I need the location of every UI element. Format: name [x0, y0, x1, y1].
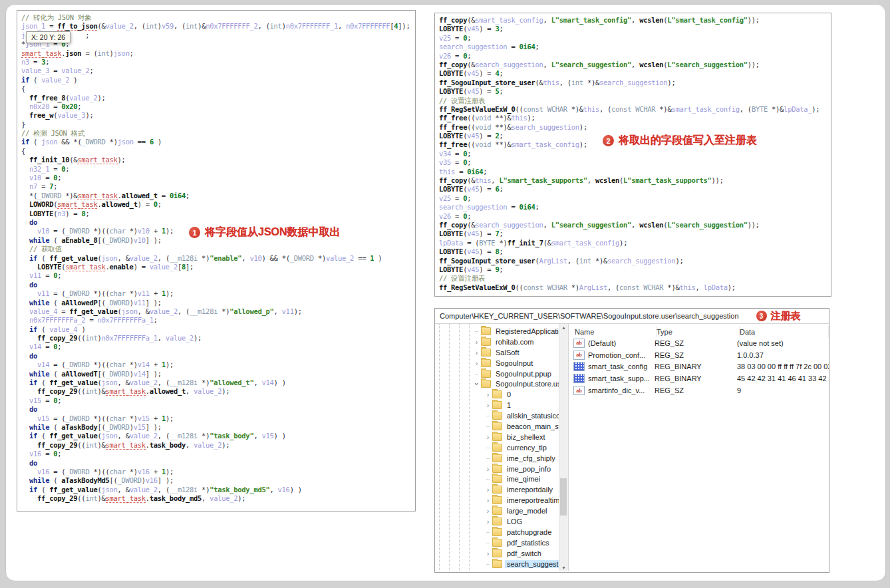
chevron-collapsed-icon[interactable]: ›	[484, 508, 492, 514]
registry-tree-item[interactable]: –ime_qimei	[435, 474, 559, 484]
tree-item-label: SogouInput	[494, 359, 535, 367]
registry-tree-item[interactable]: ›1	[435, 400, 559, 410]
tree-item-label: ime_pop_info	[505, 465, 553, 473]
registry-tree-item[interactable]: –ime_cfg_shiply	[435, 453, 559, 464]
code-line: ff_free((void **)&search_suggestion);	[439, 123, 829, 132]
code-line: jso ;	[21, 31, 414, 40]
registry-tree-item[interactable]: ›LOG	[435, 516, 559, 527]
folder-icon	[492, 496, 502, 504]
folder-icon	[492, 454, 502, 462]
column-header-type[interactable]: Type	[657, 326, 740, 337]
registry-tree-item[interactable]: –search_suggestion	[435, 559, 559, 569]
registry-tree-item[interactable]: ›SogouInput	[435, 358, 559, 368]
code-line: if ( value_2 )	[21, 76, 414, 84]
value-type: REG_BINARY	[655, 363, 737, 370]
reg-binary-icon	[573, 374, 585, 383]
scrollbar-thumb[interactable]	[560, 478, 567, 515]
registry-value-row[interactable]: absmartinfo_dic_v...REG_SZ9	[569, 384, 829, 396]
code-line: // 获取值	[21, 245, 414, 253]
chevron-expanded-icon[interactable]: ›	[474, 380, 480, 388]
registry-tree-item[interactable]: ›rohitab.com	[435, 337, 559, 347]
registry-tree-item[interactable]: –allskin_statusiconstatis	[435, 410, 559, 421]
registry-tree-item[interactable]: –beacon_main_switch	[435, 421, 559, 432]
code-line: {	[21, 147, 414, 156]
tree-connector: –	[484, 412, 492, 419]
code-line: v14 = 0;	[21, 343, 414, 351]
badge-1-icon: 1	[189, 227, 200, 238]
chevron-collapsed-icon[interactable]: ›	[484, 486, 492, 493]
folder-icon	[492, 444, 502, 452]
folder-icon	[492, 507, 502, 515]
registry-tree-item[interactable]: ›SogouInput.store.user	[435, 378, 559, 389]
registry-address-bar[interactable]: Computer\HKEY_CURRENT_USER\SOFTWARE\Sogo…	[435, 309, 829, 324]
folder-icon	[492, 528, 502, 536]
code-line: if ( value_4 )	[21, 325, 414, 334]
registry-tree-item[interactable]: ›biz_shellext	[435, 432, 559, 442]
annotation-2-text: 将取出的字段值写入至注册表	[619, 134, 757, 148]
registry-value-row[interactable]: smart_task_supp...REG_BINARY45 42 42 31 …	[569, 372, 829, 384]
column-header-name[interactable]: Name	[569, 326, 657, 337]
scroll-up-icon[interactable]: ▲	[559, 325, 568, 330]
registry-tree-item[interactable]: ›large_model	[435, 506, 559, 516]
annotation-write-registry: 2 将取出的字段值写入至注册表	[603, 134, 757, 148]
registry-tree-item[interactable]: ›SalSoft	[435, 347, 559, 358]
registry-tree-item[interactable]: ›0	[435, 389, 559, 400]
registry-tree-item[interactable]: –SogouInput.ppup	[435, 368, 559, 379]
code-line: if ( json && *(_DWORD *)json == 6 )	[21, 138, 414, 146]
value-data: 1.0.0.37	[737, 351, 829, 359]
chevron-collapsed-icon[interactable]: ›	[484, 402, 492, 408]
scroll-down-icon[interactable]: ▼	[559, 565, 568, 570]
tree-connector: –	[484, 561, 492, 567]
annotation-extract-json: 1 将字段值从JSON数据中取出	[189, 225, 341, 239]
code-line: v10 = 0;	[21, 174, 414, 182]
code-line: v11 = 0;	[21, 271, 414, 280]
chevron-collapsed-icon[interactable]: ›	[472, 360, 481, 367]
code-line: {	[21, 84, 414, 93]
chevron-collapsed-icon[interactable]: ›	[472, 339, 481, 345]
code-line: v11 = (_DWORD *)((char *)v11 + 1);	[21, 289, 414, 298]
chevron-collapsed-icon[interactable]: ›	[484, 550, 492, 557]
column-header-data[interactable]: Data	[740, 326, 829, 337]
registry-tree-item[interactable]: –pdf_statistics	[435, 537, 559, 548]
code-line: LOBYTE(n3) = 8;	[21, 210, 414, 218]
folder-icon	[492, 390, 502, 398]
registry-value-row[interactable]: abPromotion_conf...REG_SZ1.0.0.37	[569, 349, 829, 361]
registry-tree-item[interactable]: ›imereportrealtime	[435, 495, 559, 506]
registry-tree-item[interactable]: –currency_tip	[435, 442, 559, 453]
tree-item-label: SogouInput.ppup	[494, 370, 553, 378]
chevron-collapsed-icon[interactable]: ›	[484, 466, 492, 472]
chevron-collapsed-icon[interactable]: ›	[484, 497, 492, 504]
folder-icon	[492, 401, 502, 409]
code-line: LOBYTE(v45) = 4;	[439, 69, 829, 78]
code-line: LOBYTE(v45) = 6;	[439, 185, 829, 194]
folder-icon	[481, 380, 491, 388]
chevron-collapsed-icon[interactable]: ›	[484, 391, 492, 398]
code-line: v16 = 0;	[21, 450, 414, 458]
chevron-collapsed-icon[interactable]: ›	[484, 434, 492, 440]
code-line: if ( ff_get_value(json, &value_2, (__m12…	[21, 432, 414, 440]
registry-tree-item[interactable]: –RegisteredApplications	[435, 326, 559, 337]
code-line: ff_copy(&this, L"smart_task_supports", w…	[439, 176, 829, 185]
registry-value-row[interactable]: ab(Default)REG_SZ(value not set)	[569, 337, 829, 349]
registry-tree-item[interactable]: ›imereportdaily	[435, 484, 559, 495]
code-line: n7 = 7;	[21, 182, 414, 191]
value-name: Promotion_conf...	[588, 351, 645, 359]
reg-binary-icon	[573, 362, 585, 371]
registry-value-list: NameTypeDataab(Default)REG_SZ(value not …	[569, 324, 829, 571]
code-line: search_suggestion = 0i64;	[439, 43, 829, 51]
value-data: 9	[737, 386, 829, 394]
decompiler-left-panel: // 转化为 JSON 对象json_1 = ff_to_json(&value…	[17, 10, 416, 512]
tree-scrollbar[interactable]: ▲ ▼	[559, 324, 569, 571]
code-line: while ( aAllowedP[(_DWORD)v11] );	[21, 299, 414, 307]
registry-value-row[interactable]: smart_task_configREG_BINARY38 03 00 00 f…	[569, 361, 829, 373]
code-line: ff_free((void **)&this);	[439, 114, 829, 122]
code-line: free_w(value_3);	[21, 111, 414, 120]
value-name: (Default)	[588, 339, 616, 347]
registry-tree-item[interactable]: –patchupgrade	[435, 527, 559, 537]
registry-tree-item[interactable]: ›pdf_switch	[435, 548, 559, 559]
registry-tree-item[interactable]: ›ime_pop_info	[435, 464, 559, 474]
tree-item-label: ime_qimei	[505, 475, 542, 483]
chevron-collapsed-icon[interactable]: ›	[484, 518, 492, 525]
code-line: v26 = 0;	[439, 212, 829, 221]
chevron-collapsed-icon[interactable]: ›	[472, 349, 481, 356]
